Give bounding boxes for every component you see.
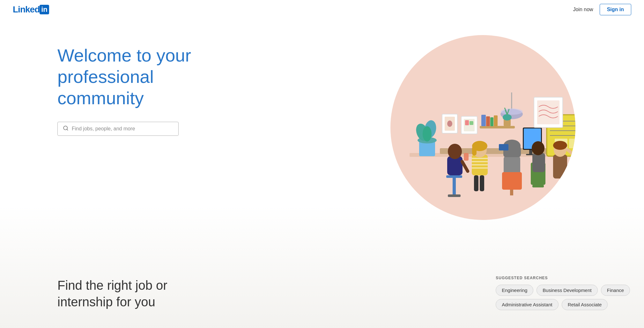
right-section: SUGGESTED SEARCHES EngineeringBusiness D… xyxy=(322,19,644,328)
svg-rect-29 xyxy=(502,172,522,190)
find-job-text: Find the right job or internship for you xyxy=(57,277,167,310)
svg-rect-36 xyxy=(529,150,532,155)
join-now-link[interactable]: Join now xyxy=(573,7,593,12)
suggested-pill[interactable]: Finance xyxy=(601,285,630,296)
logo-text: Linked xyxy=(13,4,40,15)
svg-rect-24 xyxy=(474,175,478,191)
svg-point-41 xyxy=(532,141,544,155)
svg-rect-66 xyxy=(486,116,490,126)
svg-rect-23 xyxy=(472,146,477,156)
logo: Linkedin xyxy=(13,4,49,15)
suggested-pill[interactable]: Retail Associate xyxy=(562,299,608,310)
headline-line1: Welcome to your xyxy=(57,45,191,65)
find-job-line2: internship for you xyxy=(57,295,155,309)
header: Linkedin Join now Sign in xyxy=(0,0,644,19)
suggested-label: SUGGESTED SEARCHES xyxy=(496,276,631,280)
suggested-pill[interactable]: Engineering xyxy=(496,285,533,296)
hero-headline: Welcome to your professional community xyxy=(57,45,211,109)
svg-rect-19 xyxy=(472,164,488,165)
svg-rect-48 xyxy=(569,139,575,148)
headline-line3: community xyxy=(57,88,144,108)
headline-line2: professional xyxy=(57,67,154,87)
svg-rect-65 xyxy=(481,115,486,126)
svg-rect-33 xyxy=(499,144,508,150)
main-content: Welcome to your professional community xyxy=(0,19,644,328)
suggested-searches: SUGGESTED SEARCHES EngineeringBusiness D… xyxy=(483,276,644,310)
svg-point-52 xyxy=(553,141,567,150)
svg-line-1 xyxy=(67,129,68,130)
svg-rect-9 xyxy=(446,175,462,178)
illustration-circle xyxy=(390,35,575,220)
suggested-pill[interactable]: Administrative Assistant xyxy=(496,299,558,310)
svg-point-7 xyxy=(423,126,432,142)
logo-in-badge: in xyxy=(40,5,49,14)
search-input[interactable] xyxy=(72,126,173,132)
svg-rect-67 xyxy=(490,117,493,126)
pills-row: EngineeringBusiness DevelopmentFinanceAd… xyxy=(496,285,631,310)
svg-rect-10 xyxy=(453,178,456,197)
suggested-pill[interactable]: Business Development xyxy=(537,285,597,296)
svg-rect-20 xyxy=(472,167,488,169)
sign-in-button[interactable]: Sign in xyxy=(600,4,631,15)
header-nav: Join now Sign in xyxy=(573,4,631,15)
office-illustration xyxy=(390,35,575,220)
svg-rect-68 xyxy=(494,115,498,126)
svg-rect-17 xyxy=(472,158,488,159)
svg-rect-63 xyxy=(470,121,473,125)
svg-rect-62 xyxy=(465,120,469,125)
svg-point-13 xyxy=(448,144,462,159)
svg-point-70 xyxy=(503,114,512,120)
search-bar[interactable] xyxy=(57,122,179,136)
svg-rect-15 xyxy=(464,153,469,161)
svg-point-56 xyxy=(500,108,523,115)
svg-rect-18 xyxy=(472,161,488,162)
bottom-left: Find the right job or internship for you xyxy=(0,258,187,328)
svg-rect-64 xyxy=(480,126,515,128)
svg-rect-25 xyxy=(480,175,484,191)
svg-point-59 xyxy=(447,120,452,127)
svg-rect-11 xyxy=(448,194,461,197)
svg-rect-50 xyxy=(553,155,567,179)
search-icon xyxy=(63,125,69,132)
svg-rect-40 xyxy=(532,153,545,172)
svg-rect-39 xyxy=(532,185,544,187)
find-job-line1: Find the right job or xyxy=(57,278,167,292)
